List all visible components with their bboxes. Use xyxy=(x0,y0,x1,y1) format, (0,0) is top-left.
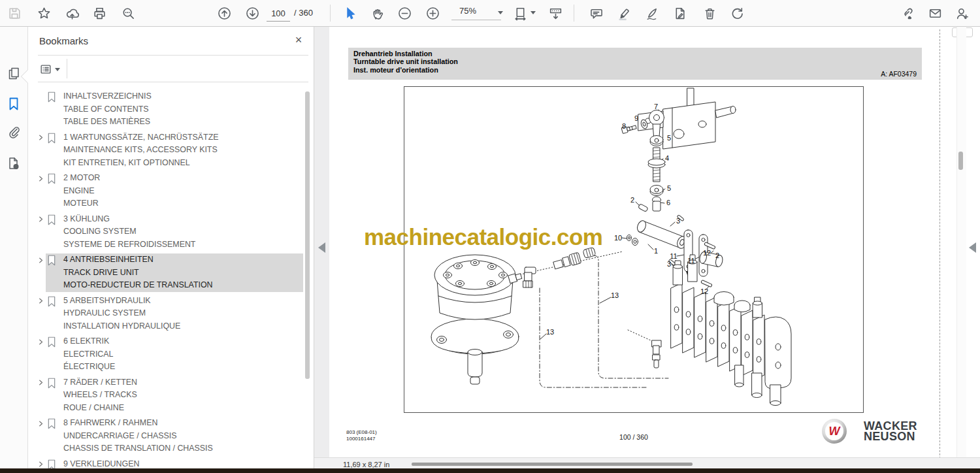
svg-text:i: i xyxy=(16,164,17,169)
bookmark-label[interactable]: INSTALLATION HYDRAULIQUE xyxy=(63,320,301,333)
bookmark-label[interactable]: ÉLECTRIQUE xyxy=(63,361,301,374)
email-button[interactable] xyxy=(925,3,945,23)
bookmark-label[interactable]: UNDERCARRIAGE / CHASSIS xyxy=(63,430,301,443)
collapse-left-arrow[interactable] xyxy=(318,242,325,253)
signature-pen-icon xyxy=(645,6,660,21)
chevron-right-icon[interactable] xyxy=(35,131,46,144)
bookmark-label[interactable]: MAINTENANCE KITS, ACCESSORY KITS xyxy=(63,144,301,157)
bookmark-label[interactable]: 8 FAHRWERK / RAHMEN xyxy=(63,417,301,430)
bookmark-label[interactable]: HYDRAULIC SYSTEM xyxy=(63,307,301,320)
bookmark-item[interactable]: 5 ARBEITSHYDRAULIKHYDRAULIC SYSTEMINSTAL… xyxy=(35,295,303,333)
bookmark-label[interactable]: TABLE OF CONTENTS xyxy=(63,103,301,116)
horizontal-scrollbar-thumb[interactable] xyxy=(412,463,693,466)
bookmark-label[interactable]: CHASSIS DE TRANSLATION / CHASSIS xyxy=(63,442,301,455)
model-tree-button[interactable]: i xyxy=(5,154,23,172)
share-cloud-button[interactable] xyxy=(62,3,82,23)
chevron-right-icon[interactable] xyxy=(35,213,46,226)
vertical-scrollbar-thumb[interactable] xyxy=(958,152,963,170)
sign-button[interactable] xyxy=(642,3,662,23)
bookmark-label[interactable]: ENGINE xyxy=(63,185,301,198)
star-button[interactable] xyxy=(34,3,54,23)
wacker-neuson-emblem: W xyxy=(822,419,847,444)
zoom-out-button[interactable] xyxy=(395,3,414,23)
add-user-button[interactable] xyxy=(952,3,972,23)
chevron-right-icon[interactable] xyxy=(35,417,46,430)
bookmark-label[interactable]: MOTEUR xyxy=(63,197,301,210)
bookmark-item[interactable]: 3 KÜHLUNGCOOLING SYSTEMSYSTEME DE REFROI… xyxy=(35,213,303,252)
chevron-right-icon[interactable] xyxy=(35,172,46,185)
bookmark-glyph-icon xyxy=(47,213,63,252)
fit-page-button[interactable] xyxy=(510,3,530,23)
watermark: machinecatalogic.com xyxy=(364,224,602,250)
bookmark-item[interactable]: 6 ELEKTRIKELECTRICALÉLECTRIQUE xyxy=(35,335,303,374)
chevron-right-icon[interactable] xyxy=(35,295,46,308)
bookmark-label[interactable]: 3 KÜHLUNG xyxy=(63,213,301,226)
save-button[interactable] xyxy=(5,3,24,23)
bookmark-label[interactable]: 1 WARTUNGSSÄTZE, NACHRÜSTSÄTZE xyxy=(63,131,301,144)
bookmark-label[interactable]: TRACK DRIVE UNIT xyxy=(63,267,301,280)
bookmark-label[interactable]: ELECTRICAL xyxy=(63,348,301,361)
zoom-level-value: 75% xyxy=(459,6,476,16)
chevron-right-icon[interactable] xyxy=(35,253,46,267)
print-button[interactable] xyxy=(90,3,109,23)
bookmark-item[interactable]: 8 FAHRWERK / RAHMENUNDERCARRIAGE / CHASS… xyxy=(35,417,303,455)
attachments-button[interactable] xyxy=(5,123,23,141)
bookmarks-panel: Bookmarks × INHALTS xyxy=(27,27,314,473)
bookmark-label[interactable]: INHALTSVERZEICHNIS xyxy=(63,90,301,103)
close-panel-button[interactable]: × xyxy=(291,32,306,48)
bookmark-item[interactable]: 2 MOTORENGINEMOTEUR xyxy=(35,172,303,210)
search-button[interactable] xyxy=(118,3,138,23)
page-number-input[interactable] xyxy=(267,5,290,22)
page-thumbnails-button[interactable] xyxy=(5,65,23,83)
scroll-mode-button[interactable] xyxy=(546,3,565,23)
rotate-page-button[interactable] xyxy=(727,3,747,23)
options-caret-icon xyxy=(55,68,60,71)
bookmark-glyph-icon xyxy=(47,335,63,374)
zoom-level-dropdown[interactable]: 75% xyxy=(451,6,501,20)
select-tool-button[interactable] xyxy=(340,3,359,23)
rotate-icon xyxy=(730,6,745,21)
bookmark-label[interactable]: 5 ARBEITSHYDRAULIK xyxy=(63,295,301,308)
expand-right-arrow[interactable] xyxy=(969,242,976,253)
bookmark-item[interactable]: 7 RÄDER / KETTENWHEELS / TRACKSROUE / CH… xyxy=(35,376,303,415)
bookmark-label[interactable]: COOLING SYSTEM xyxy=(63,225,301,238)
zoom-in-button[interactable] xyxy=(423,3,442,23)
page-size-label: 11,69 x 8,27 in xyxy=(343,461,389,468)
bookmark-label[interactable]: ROUE / CHAINE xyxy=(63,402,301,415)
chevron-right-icon[interactable] xyxy=(35,376,46,389)
bookmark-label[interactable]: SYSTEME DE REFROIDISSEMENT xyxy=(63,238,301,252)
edit-page-button[interactable] xyxy=(670,3,689,23)
previous-page-button[interactable] xyxy=(214,3,234,23)
chevron-right-icon[interactable] xyxy=(35,335,46,348)
bookmark-label[interactable]: TABLE DES MATIÈRES xyxy=(63,116,301,129)
bookmark-label[interactable]: MOTO-REDUCTEUR DE TRANSLATION xyxy=(63,279,301,292)
pdf-viewer-window: / 360 75% xyxy=(0,0,980,473)
bookmark-label[interactable]: 2 MOTOR xyxy=(63,172,301,185)
divider xyxy=(67,59,67,78)
bookmark-label[interactable]: 7 RÄDER / KETTEN xyxy=(63,376,301,389)
bookmarks-panel-button[interactable] xyxy=(5,95,23,113)
fit-page-caret-icon[interactable] xyxy=(531,11,536,14)
panel-title: Bookmarks xyxy=(39,35,88,46)
bookmark-item[interactable]: 4 ANTRIEBSEINHEITENTRACK DRIVE UNITMOTO-… xyxy=(35,253,303,292)
hand-tool-button[interactable] xyxy=(368,3,387,23)
bookmark-label[interactable]: 6 ELEKTRIK xyxy=(63,335,301,348)
share-link-button[interactable] xyxy=(897,3,917,23)
bookmark-label[interactable]: WHEELS / TRACKS xyxy=(63,389,301,402)
bookmark-item[interactable]: 1 WARTUNGSSÄTZE, NACHRÜSTSÄTZEMAINTENANC… xyxy=(35,131,303,170)
bookmark-label[interactable]: 4 ANTRIEBSEINHEITEN xyxy=(63,253,301,267)
bookmark-glyph-icon xyxy=(47,295,63,333)
next-page-button[interactable] xyxy=(242,3,262,23)
left-rail: i xyxy=(0,27,28,473)
bookmark-label[interactable]: KIT ENTRETIEN, KIT OPTIONNEL xyxy=(63,157,301,170)
bookmark-item[interactable]: INHALTSVERZEICHNISTABLE OF CONTENTSTABLE… xyxy=(35,90,303,129)
document-codes: 803 (E08-01) 1000161447 xyxy=(346,429,377,442)
divider xyxy=(38,82,308,82)
bookmark-options-button[interactable] xyxy=(39,61,65,77)
highlight-button[interactable] xyxy=(614,3,634,23)
comment-button[interactable] xyxy=(586,3,606,23)
vertical-scrollbar-track[interactable] xyxy=(956,27,966,457)
panel-scrollbar[interactable] xyxy=(305,91,310,379)
delete-page-button[interactable] xyxy=(700,3,719,23)
zoom-caret-icon[interactable] xyxy=(498,11,503,14)
